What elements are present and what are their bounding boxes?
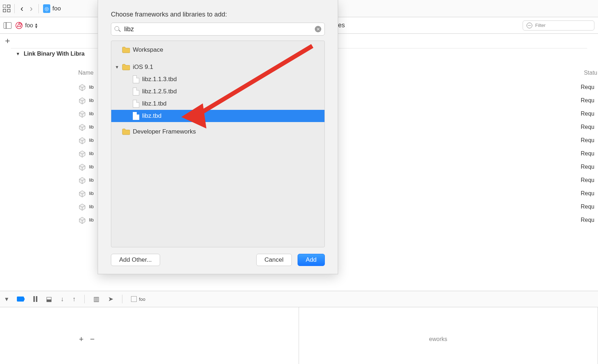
- library-name: lib: [89, 164, 94, 169]
- file-icon: [133, 112, 139, 120]
- library-name: lib: [89, 98, 94, 103]
- library-name: lib: [89, 124, 94, 130]
- breadcrumb[interactable]: ◎ foo: [43, 4, 61, 13]
- tree-file[interactable]: libz.1.1.3.tbd: [111, 73, 324, 85]
- target-selector[interactable]: foo ▴▾: [15, 22, 37, 29]
- project-name: foo: [52, 5, 61, 12]
- tree-workspace[interactable]: Workspace: [111, 44, 324, 56]
- toolbar-divider: [14, 4, 15, 13]
- panel-toggle-icon[interactable]: [4, 22, 11, 29]
- tree-file[interactable]: libz.1.2.5.tbd: [111, 85, 324, 98]
- dialog-button-row: Add Other... Cancel Add: [98, 247, 338, 274]
- framework-icon: [78, 190, 86, 197]
- process-icon: [131, 296, 137, 302]
- name-column-header: Name: [78, 70, 94, 76]
- hide-debug-area-icon[interactable]: ▾: [5, 295, 8, 303]
- status-column-header: Statu: [584, 70, 597, 76]
- variables-pane[interactable]: [0, 307, 299, 364]
- library-status: Requ: [581, 217, 594, 223]
- view-debugger-icon[interactable]: ▥: [93, 295, 99, 303]
- file-icon: [133, 75, 139, 83]
- search-input[interactable]: [111, 23, 325, 36]
- related-items-icon[interactable]: [3, 5, 11, 13]
- tree-file[interactable]: libz.1.tbd: [111, 98, 324, 110]
- framework-icon: [78, 216, 86, 224]
- framework-tree[interactable]: Workspace▼iOS 9.1libz.1.1.3.tbdlibz.1.2.…: [111, 41, 325, 247]
- library-name: lib: [89, 191, 94, 196]
- library-status: Requ: [581, 150, 594, 157]
- section-title: Link Binary With Libra: [24, 51, 85, 57]
- app-target-icon: [15, 22, 23, 29]
- tree-ios-sdk[interactable]: ▼iOS 9.1: [111, 61, 324, 73]
- library-status: Requ: [581, 177, 594, 183]
- filter-placeholder: Filter: [535, 23, 546, 28]
- library-name: lib: [89, 111, 94, 116]
- forward-button[interactable]: ›: [28, 4, 35, 14]
- library-status: Requ: [581, 137, 594, 144]
- library-status: Requ: [581, 164, 594, 170]
- filter-field[interactable]: Filter: [523, 20, 594, 31]
- back-button[interactable]: ‹: [18, 4, 25, 14]
- add-framework-dialog: Choose frameworks and libraries to add: …: [98, 0, 338, 274]
- tree-file[interactable]: libz.tbd: [111, 110, 324, 122]
- library-status: Requ: [581, 97, 594, 104]
- framework-icon: [78, 150, 86, 158]
- framework-icon: [78, 203, 86, 211]
- framework-icon: [78, 136, 86, 144]
- process-name: foo: [139, 297, 145, 302]
- folder-icon: [122, 47, 130, 53]
- file-icon: [133, 100, 139, 108]
- divider: [122, 295, 122, 303]
- debug-toolbar: ▾ ⬓ ↓ ↑ ▥ ➤ foo: [0, 291, 598, 307]
- library-name: lib: [89, 204, 94, 209]
- debug-crumb[interactable]: foo: [131, 296, 145, 302]
- cancel-button[interactable]: Cancel: [256, 254, 292, 266]
- framework-icon: [78, 97, 86, 104]
- library-name: lib: [89, 84, 94, 90]
- divider: [84, 295, 85, 303]
- library-status: Requ: [581, 84, 594, 90]
- disclosure-triangle-icon: ▼: [115, 65, 119, 70]
- breakpoint-toggle-icon[interactable]: [17, 297, 25, 302]
- folder-icon: [122, 129, 130, 135]
- file-icon: [133, 88, 139, 95]
- clear-search-icon[interactable]: ✕: [315, 26, 321, 32]
- step-into-icon[interactable]: ↓: [61, 295, 64, 303]
- library-name: lib: [89, 177, 94, 183]
- framework-icon: [78, 123, 86, 131]
- library-status: Requ: [581, 111, 594, 117]
- dialog-title: Choose frameworks and libraries to add:: [98, 0, 338, 23]
- project-icon: ◎: [43, 4, 50, 13]
- location-icon[interactable]: ➤: [108, 295, 113, 303]
- disclosure-triangle-icon: ▼: [16, 51, 20, 56]
- framework-icon: [78, 163, 86, 171]
- toolbar-divider: [38, 4, 39, 13]
- folder-icon: [122, 64, 130, 70]
- library-status: Requ: [581, 204, 594, 210]
- framework-icon: [78, 176, 86, 184]
- step-over-icon[interactable]: ⬓: [46, 295, 52, 303]
- library-name: lib: [89, 151, 94, 156]
- pause-icon[interactable]: [33, 296, 37, 302]
- library-name: lib: [89, 217, 94, 223]
- console-pane[interactable]: [299, 307, 598, 364]
- filter-icon: [527, 23, 532, 28]
- library-status: Requ: [581, 190, 594, 197]
- search-icon: [115, 26, 120, 32]
- step-out-icon[interactable]: ↑: [73, 295, 76, 303]
- library-name: lib: [89, 137, 94, 143]
- updown-icon: ▴▾: [35, 23, 37, 28]
- library-status: Requ: [581, 124, 594, 130]
- tree-developer-frameworks[interactable]: Developer Frameworks: [111, 126, 324, 138]
- add-other-button[interactable]: Add Other...: [111, 254, 160, 266]
- framework-icon: [78, 83, 86, 91]
- search-field[interactable]: ✕: [111, 23, 325, 36]
- debug-panes: [0, 307, 598, 364]
- add-button[interactable]: Add: [298, 254, 325, 266]
- framework-icon: [78, 110, 86, 118]
- target-name: foo: [25, 22, 33, 29]
